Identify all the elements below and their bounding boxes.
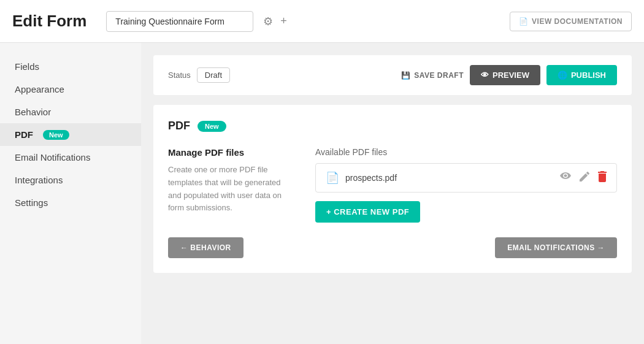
publish-button[interactable]: 🌐 PUBLISH bbox=[546, 65, 617, 85]
pdf-file-icon: 📄 bbox=[326, 171, 339, 185]
form-name-input[interactable] bbox=[106, 11, 253, 32]
save-icon: 💾 bbox=[401, 71, 411, 80]
pdf-panel-new-badge: New bbox=[197, 121, 226, 132]
main-layout: Fields Appearance Behavior PDF New Email… bbox=[0, 43, 644, 344]
pdf-body: Manage PDF files Create one or more PDF … bbox=[168, 147, 617, 223]
pdf-panel-header: PDF New bbox=[168, 120, 617, 132]
sidebar-item-label: PDF bbox=[15, 129, 33, 140]
available-title: Available PDF files bbox=[315, 147, 617, 157]
pdf-panel: PDF New Manage PDF files Create one or m… bbox=[153, 105, 632, 273]
gear-button[interactable]: ⚙ bbox=[263, 15, 273, 28]
edit-pdf-button[interactable] bbox=[580, 172, 589, 184]
sidebar-item-appearance[interactable]: Appearance bbox=[0, 78, 141, 101]
pdf-file-actions bbox=[560, 171, 607, 185]
sidebar-item-label: Appearance bbox=[15, 84, 64, 94]
nav-buttons: ← BEHAVIOR EMAIL NOTIFICATIONS → bbox=[168, 237, 617, 258]
preview-button[interactable]: 👁 PREVIEW bbox=[470, 65, 540, 85]
manage-description: Create one or more PDF file templates th… bbox=[168, 164, 291, 215]
sidebar-item-fields[interactable]: Fields bbox=[0, 55, 141, 78]
status-actions: 💾 SAVE DRAFT 👁 PREVIEW 🌐 PUBLISH bbox=[401, 65, 617, 85]
pdf-panel-title: PDF bbox=[168, 120, 190, 132]
content-area: Status Draft 💾 SAVE DRAFT 👁 PREVIEW 🌐 PU… bbox=[141, 43, 644, 344]
plus-button[interactable]: + bbox=[280, 15, 287, 28]
status-bar: Status Draft 💾 SAVE DRAFT 👁 PREVIEW 🌐 PU… bbox=[153, 55, 632, 95]
view-pdf-button[interactable] bbox=[560, 172, 571, 183]
gear-icon: ⚙ bbox=[263, 15, 273, 28]
pdf-file-name: prospects.pdf bbox=[345, 173, 554, 183]
sidebar-item-email-notifications[interactable]: Email Notifications bbox=[0, 146, 141, 169]
plus-icon: + bbox=[280, 15, 287, 28]
sidebar-item-label: Settings bbox=[15, 197, 48, 208]
create-new-pdf-button[interactable]: + CREATE NEW PDF bbox=[315, 201, 420, 223]
globe-icon: 🌐 bbox=[558, 71, 567, 80]
sidebar-item-pdf[interactable]: PDF New bbox=[0, 123, 141, 146]
doc-icon: 📄 bbox=[519, 17, 529, 26]
back-behavior-button[interactable]: ← BEHAVIOR bbox=[168, 237, 243, 258]
sidebar-item-label: Email Notifications bbox=[15, 152, 90, 162]
sidebar-item-label: Fields bbox=[15, 61, 39, 72]
available-section: Available PDF files 📄 prospects.pdf bbox=[315, 147, 617, 223]
page-title: Edit Form bbox=[12, 12, 86, 31]
pdf-file-row: 📄 prospects.pdf bbox=[315, 163, 617, 193]
manage-title: Manage PDF files bbox=[168, 147, 291, 158]
sidebar: Fields Appearance Behavior PDF New Email… bbox=[0, 43, 141, 344]
sidebar-item-settings[interactable]: Settings bbox=[0, 191, 141, 214]
sidebar-item-label: Behavior bbox=[15, 107, 51, 117]
sidebar-item-label: Integrations bbox=[15, 175, 63, 185]
eye-icon: 👁 bbox=[481, 71, 489, 80]
top-bar: Edit Form ⚙ + 📄 VIEW DOCUMENTATION bbox=[0, 0, 644, 43]
pdf-new-badge: New bbox=[43, 130, 69, 140]
status-label: Status bbox=[168, 71, 191, 80]
top-bar-icons: ⚙ + bbox=[263, 15, 287, 28]
save-draft-button[interactable]: 💾 SAVE DRAFT bbox=[401, 71, 464, 80]
sidebar-item-integrations[interactable]: Integrations bbox=[0, 169, 141, 191]
sidebar-item-behavior[interactable]: Behavior bbox=[0, 101, 141, 123]
view-documentation-button[interactable]: 📄 VIEW DOCUMENTATION bbox=[510, 12, 632, 31]
manage-section: Manage PDF files Create one or more PDF … bbox=[168, 147, 291, 223]
status-badge: Draft bbox=[197, 67, 230, 83]
delete-pdf-button[interactable] bbox=[598, 171, 607, 185]
next-email-notifications-button[interactable]: EMAIL NOTIFICATIONS → bbox=[495, 237, 617, 258]
